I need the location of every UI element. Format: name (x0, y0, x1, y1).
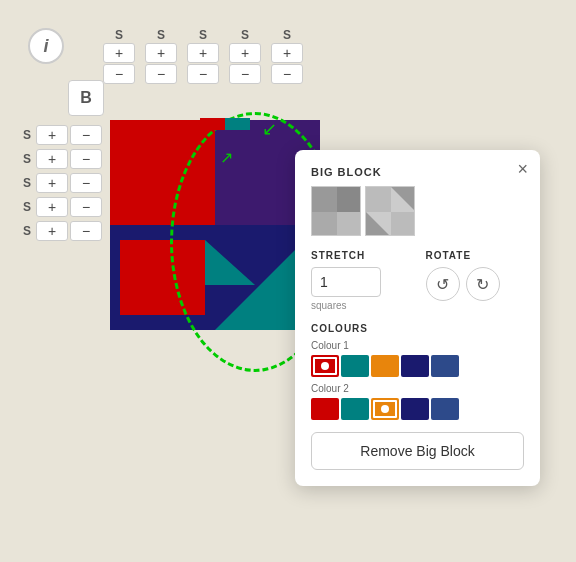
row-label-2: S (20, 152, 34, 166)
preview-thumb-2-svg (366, 187, 415, 236)
arrow-top-icon: ↙ (262, 118, 277, 140)
colour1-swatch-2[interactable] (371, 355, 399, 377)
grid-canvas[interactable] (110, 120, 320, 330)
swatch-dot-2 (381, 405, 389, 413)
row-control-5: S + − (20, 221, 102, 241)
svg-rect-8 (391, 212, 415, 236)
col-label-1: S (115, 28, 123, 42)
colour2-swatch-3[interactable] (401, 398, 429, 420)
panel-title: BIG BLOCK (311, 166, 524, 178)
col-minus-4[interactable]: − (229, 64, 261, 84)
col-control-5: S + − (268, 28, 306, 84)
row-minus-3[interactable]: − (70, 173, 102, 193)
teal-small-triangle (205, 240, 255, 285)
row-control-4: S + − (20, 197, 102, 217)
b-row: B (68, 80, 104, 116)
colour2-swatch-2[interactable] (371, 398, 399, 420)
info-button[interactable]: i (28, 28, 64, 64)
row-control-2: S + − (20, 149, 102, 169)
colour2-label: Colour 2 (311, 383, 524, 394)
stretch-section: STRETCH squares (311, 250, 410, 311)
colour1-swatch-1[interactable] (341, 355, 369, 377)
arrow-mid-icon: ↗ (220, 148, 233, 167)
row-plus-2[interactable]: + (36, 149, 68, 169)
block-red-bottom (120, 240, 205, 315)
row-label-1: S (20, 128, 34, 142)
colour1-swatch-0[interactable] (311, 355, 339, 377)
row-minus-5[interactable]: − (70, 221, 102, 241)
col-control-1: S + − (100, 28, 138, 84)
stretch-input[interactable] (311, 267, 381, 297)
col-label-2: S (157, 28, 165, 42)
row-plus-5[interactable]: + (36, 221, 68, 241)
remove-big-block-button[interactable]: Remove Big Block (311, 432, 524, 470)
col-control-2: S + − (142, 28, 180, 84)
row-label-4: S (20, 200, 34, 214)
row-controls: S + − S + − S + − S + − S + − (20, 125, 102, 241)
row-minus-2[interactable]: − (70, 149, 102, 169)
swatch-dot-0 (321, 362, 329, 370)
column-controls: S + − S + − S + − S + − S + − (100, 28, 306, 84)
panel-close-button[interactable]: × (517, 160, 528, 178)
col-plus-4[interactable]: + (229, 43, 261, 63)
col-minus-2[interactable]: − (145, 64, 177, 84)
rotate-buttons: ↺ ↻ (426, 267, 525, 301)
col-plus-2[interactable]: + (145, 43, 177, 63)
highlight-teal (225, 118, 250, 130)
stretch-rotate-row: STRETCH squares ROTATE ↺ ↻ (311, 250, 524, 311)
col-plus-3[interactable]: + (187, 43, 219, 63)
row-plus-1[interactable]: + (36, 125, 68, 145)
colour2-swatch-4[interactable] (431, 398, 459, 420)
colour1-swatches (311, 355, 524, 377)
col-control-4: S + − (226, 28, 264, 84)
info-icon: i (43, 36, 48, 57)
colour2-swatch-1[interactable] (341, 398, 369, 420)
svg-rect-3 (337, 212, 361, 236)
row-label-3: S (20, 176, 34, 190)
row-control-3: S + − (20, 173, 102, 193)
b-label: B (68, 80, 104, 116)
colour2-swatch-0[interactable] (311, 398, 339, 420)
rotate-label: ROTATE (426, 250, 525, 261)
colour1-swatch-3[interactable] (401, 355, 429, 377)
row-plus-4[interactable]: + (36, 197, 68, 217)
colour2-swatches (311, 398, 524, 420)
col-plus-1[interactable]: + (103, 43, 135, 63)
colour1-swatch-4[interactable] (431, 355, 459, 377)
row-minus-1[interactable]: − (70, 125, 102, 145)
col-minus-5[interactable]: − (271, 64, 303, 84)
col-label-5: S (283, 28, 291, 42)
colour1-label: Colour 1 (311, 340, 524, 351)
preview-thumb-1-svg (312, 187, 361, 236)
highlight-strip (200, 118, 250, 130)
block-preview-area (311, 186, 524, 236)
rotate-cw-button[interactable]: ↻ (466, 267, 500, 301)
row-minus-4[interactable]: − (70, 197, 102, 217)
svg-rect-7 (366, 187, 391, 212)
col-control-3: S + − (184, 28, 222, 84)
colours-label: COLOURS (311, 323, 524, 334)
col-label-3: S (199, 28, 207, 42)
col-plus-5[interactable]: + (271, 43, 303, 63)
row-plus-3[interactable]: + (36, 173, 68, 193)
highlight-red (200, 118, 225, 130)
block-settings-panel: × BIG BLOCK STRETCH (295, 150, 540, 486)
col-minus-3[interactable]: − (187, 64, 219, 84)
row-control-1: S + − (20, 125, 102, 145)
preview-thumb-1[interactable] (311, 186, 361, 236)
svg-rect-2 (312, 187, 337, 212)
col-minus-1[interactable]: − (103, 64, 135, 84)
stretch-unit: squares (311, 300, 410, 311)
preview-thumb-2[interactable] (365, 186, 415, 236)
rotate-ccw-button[interactable]: ↺ (426, 267, 460, 301)
row-label-5: S (20, 224, 34, 238)
col-label-4: S (241, 28, 249, 42)
rotate-section: ROTATE ↺ ↻ (426, 250, 525, 301)
colours-section: COLOURS Colour 1 Colour 2 (311, 323, 524, 420)
stretch-label: STRETCH (311, 250, 410, 261)
block-red-top (110, 120, 215, 225)
